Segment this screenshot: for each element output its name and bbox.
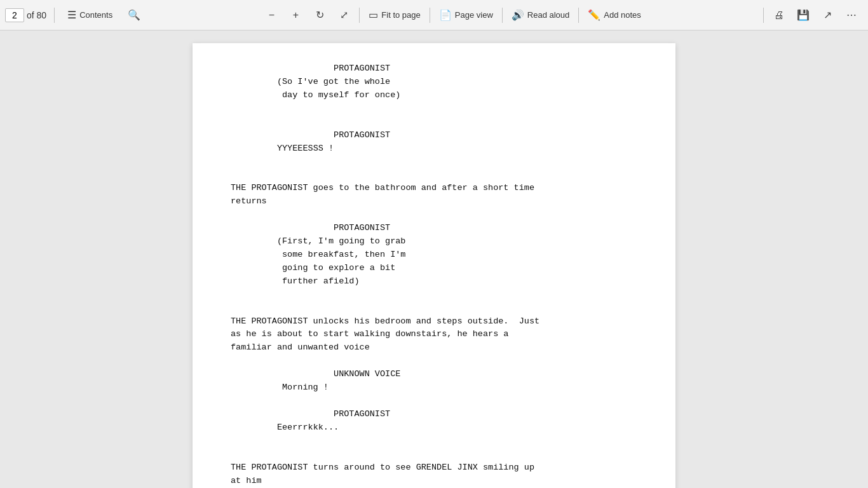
read-aloud-button[interactable]: 🔊 Read aloud — [506, 7, 575, 24]
page-total-label: of 80 — [27, 10, 46, 20]
share-button[interactable]: ↗ — [816, 4, 839, 27]
add-notes-button[interactable]: ✏️ Add notes — [583, 7, 646, 24]
more-icon: ⋯ — [846, 10, 857, 20]
page-scroll-area[interactable]: PROTAGONIST (So I've got the whole day t… — [0, 30, 868, 488]
zoom-in-icon: + — [293, 10, 299, 21]
fullscreen-button[interactable]: ⤢ — [332, 4, 355, 27]
fit-page-label: Fit to page — [381, 10, 420, 20]
read-aloud-label: Read aloud — [527, 10, 570, 20]
print-icon: 🖨 — [774, 10, 784, 20]
contents-label: Contents — [79, 10, 112, 20]
divider-5 — [578, 8, 579, 23]
page-number-box: of 80 — [5, 8, 46, 22]
contents-icon: ☰ — [67, 10, 76, 20]
divider-2 — [359, 8, 360, 23]
divider-6 — [763, 8, 764, 23]
add-notes-label: Add notes — [604, 10, 641, 20]
fit-page-button[interactable]: ▭ Fit to page — [363, 7, 425, 24]
add-notes-icon: ✏️ — [588, 10, 600, 20]
more-button[interactable]: ⋯ — [840, 4, 863, 27]
share-icon: ↗ — [824, 10, 832, 20]
toolbar-right: 🖨 💾 ↗ ⋯ — [761, 4, 863, 27]
main-area: PROTAGONIST (So I've got the whole day t… — [0, 30, 868, 488]
page-view-button[interactable]: 📄 Page view — [434, 7, 498, 24]
toolbar-left: of 80 ☰ Contents 🔍 — [5, 4, 146, 27]
zoom-out-button[interactable]: − — [260, 4, 283, 27]
page-number-input[interactable] — [5, 8, 24, 22]
contents-button[interactable]: ☰ Contents — [62, 7, 118, 24]
search-icon: 🔍 — [128, 10, 140, 20]
document-page: PROTAGONIST (So I've got the whole day t… — [193, 43, 675, 488]
fullscreen-icon: ⤢ — [340, 10, 348, 20]
read-aloud-icon: 🔊 — [512, 10, 524, 20]
toolbar: of 80 ☰ Contents 🔍 − + ↻ ⤢ ▭ Fit to page — [0, 0, 868, 30]
rotate-icon: ↻ — [316, 10, 324, 20]
page-view-label: Page view — [455, 10, 493, 20]
page-view-icon: 📄 — [439, 10, 452, 20]
zoom-in-button[interactable]: + — [284, 4, 307, 27]
divider-4 — [502, 8, 503, 23]
toolbar-center: − + ↻ ⤢ ▭ Fit to page 📄 Page view 🔊 Read… — [148, 4, 758, 27]
print-button[interactable]: 🖨 — [768, 4, 790, 27]
save-button[interactable]: 💾 — [792, 4, 815, 27]
divider-1 — [54, 8, 55, 23]
script-content: PROTAGONIST (So I've got the whole day t… — [231, 62, 637, 488]
divider-3 — [430, 8, 430, 23]
search-button[interactable]: 🔍 — [123, 4, 146, 27]
save-icon: 💾 — [797, 10, 810, 20]
zoom-out-icon: − — [269, 10, 275, 21]
rotate-button[interactable]: ↻ — [308, 4, 331, 27]
fit-page-icon: ▭ — [369, 10, 378, 20]
